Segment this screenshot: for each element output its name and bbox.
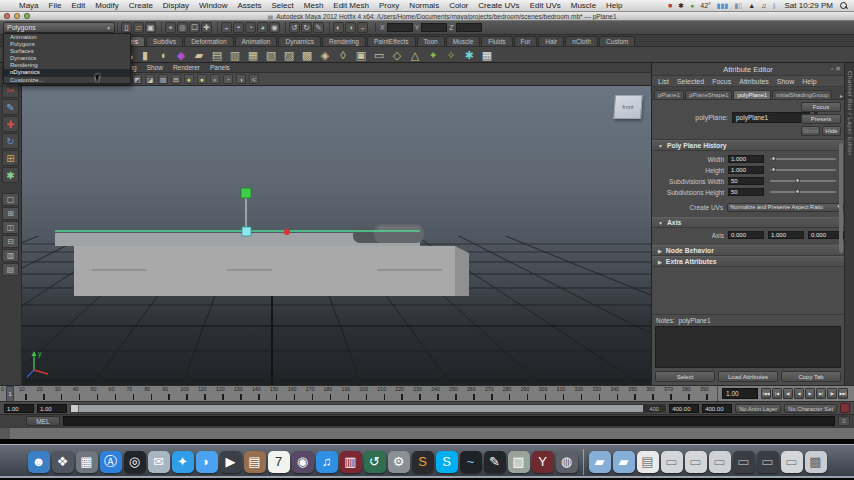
time-tick[interactable]: 300	[538, 386, 556, 401]
shelf-tab[interactable]: Dynamics	[278, 36, 321, 46]
menu-extra-icon[interactable]: ▲	[745, 2, 758, 10]
menu-set-option[interactable]: Dynamics	[4, 55, 130, 62]
menubar-item[interactable]: Edit UVs	[525, 1, 566, 10]
channel-box-tab[interactable]: Channel Box / Layer Editor	[847, 71, 853, 156]
safari[interactable]: ✦	[172, 451, 194, 473]
manipulator-y-handle[interactable]	[241, 188, 251, 198]
command-input[interactable]	[63, 416, 835, 426]
viewport-toolbar-icon[interactable]: ◪	[145, 74, 155, 84]
time-tick[interactable]: 340	[609, 386, 627, 401]
lasso-select-tool-icon[interactable]: ✂	[2, 82, 19, 98]
time-tick[interactable]: 130	[233, 386, 251, 401]
facetime[interactable]: ▶	[220, 451, 242, 473]
menubar-item[interactable]: Proxy	[374, 1, 404, 10]
shelf-tool-icon[interactable]: ▭	[372, 48, 386, 62]
shelf-tool-icon[interactable]: ◊	[336, 48, 350, 62]
menubar-item[interactable]: Color	[444, 1, 473, 10]
panel-menu-item[interactable]: Panels	[210, 64, 230, 71]
shelf-tab[interactable]: nCloth	[565, 36, 598, 46]
maya-titlebar[interactable]: ▤Autodesk Maya 2012 Hotfix 4 x64: /Users…	[0, 12, 854, 21]
time-tick[interactable]: 100	[179, 386, 197, 401]
folder-documents[interactable]: ▰	[589, 451, 611, 473]
dashboard[interactable]: ◎	[124, 451, 146, 473]
time-tick[interactable]: 290	[520, 386, 538, 401]
menu-set-option[interactable]: Rendering	[4, 62, 130, 69]
playback-button[interactable]: ◀	[794, 388, 804, 399]
shelf-tab[interactable]: Custom	[599, 36, 635, 46]
crossover[interactable]: Y	[532, 451, 554, 473]
clock[interactable]: Sat 10:29 PM	[780, 1, 838, 10]
attribute-slider[interactable]	[770, 158, 836, 160]
maya[interactable]: ✎	[484, 451, 506, 473]
viewport-toolbar-icon[interactable]: ◩	[132, 74, 142, 84]
manipulator-x-handle[interactable]	[284, 229, 290, 235]
menubar-item[interactable]: Help	[601, 1, 627, 10]
selection-mask-icon[interactable]: ✚	[201, 22, 212, 33]
render-icon[interactable]: ◐	[333, 22, 344, 33]
section-extra-attributes[interactable]: ▶ Extra Attributes	[652, 256, 844, 267]
panel-menu-item[interactable]: Renderer	[173, 64, 200, 71]
file-action-icon[interactable]: ▱	[133, 22, 144, 33]
menu-set-option[interactable]: Surfaces	[4, 48, 130, 55]
playback-end-field[interactable]: 400.00	[669, 404, 699, 413]
spotlight-icon[interactable]	[840, 2, 848, 10]
shelf-tool-icon[interactable]: ▧	[264, 48, 278, 62]
shelf-tab[interactable]: Toon	[417, 36, 445, 46]
shelf-tool-icon[interactable]: ✦	[426, 48, 440, 62]
menu-set-option[interactable]: Customize...	[4, 76, 130, 83]
menu-extra-icon[interactable]: ●	[687, 2, 697, 10]
layout-preset-button[interactable]: ▤	[2, 263, 19, 276]
tab-overflow-icon[interactable]: ▸	[840, 92, 843, 99]
mail[interactable]: ✉	[148, 451, 170, 473]
time-tick[interactable]: 360	[645, 386, 663, 401]
playback-button[interactable]: ▶▶|	[838, 388, 848, 399]
quicktime[interactable]: ~	[460, 451, 482, 473]
menu-extra-icon[interactable]: ✱	[675, 2, 687, 10]
script-editor-icon[interactable]: ≡	[838, 416, 850, 426]
shelf-tool-icon[interactable]: ▮	[138, 48, 152, 62]
shelf-tool-icon[interactable]: ▦	[480, 48, 494, 62]
shelf-tab[interactable]: Fur	[514, 36, 538, 46]
menubar-item[interactable]: Edit Mesh	[328, 1, 374, 10]
menubar-item[interactable]: File	[44, 1, 67, 10]
menubar-item[interactable]: Create UVs	[473, 1, 524, 10]
file-action-icon[interactable]: ▯	[121, 22, 132, 33]
time-tick[interactable]: 320	[574, 386, 592, 401]
attribute-editor-menu-item[interactable]: List	[658, 78, 669, 85]
menu-extra-icon[interactable]: ♫	[758, 2, 769, 10]
finder[interactable]: ☻	[28, 451, 50, 473]
manipulator-center-handle[interactable]	[242, 227, 251, 236]
shelf-tab[interactable]: Muscle	[446, 36, 481, 46]
time-tick[interactable]: 20	[36, 386, 54, 401]
menubar-item[interactable]: Maya	[14, 1, 44, 10]
address-book[interactable]: ▤	[244, 451, 266, 473]
universal-manipulator-icon[interactable]: ✱	[2, 167, 19, 183]
coordinate-input[interactable]	[456, 23, 482, 32]
attribute-slider[interactable]	[770, 169, 836, 171]
file-action-icon[interactable]: ▣	[145, 22, 156, 33]
playback-start-field[interactable]: 1.00	[37, 404, 67, 413]
anim-layer-select[interactable]: No Anim Layer	[735, 404, 781, 413]
time-tick[interactable]: 180	[323, 386, 341, 401]
node-tab[interactable]: initialShadingGroup	[772, 90, 832, 99]
selection-mask-icon[interactable]: ◎	[177, 22, 188, 33]
range-slider-handle[interactable]	[71, 405, 79, 412]
scale-tool-icon[interactable]: ⊞	[2, 150, 19, 166]
attribute-editor-menu-item[interactable]: Focus	[712, 78, 731, 85]
snap-mode-icon[interactable]: ◉	[269, 22, 280, 33]
shelf-tab[interactable]: Deformation	[184, 36, 233, 46]
panel-menu-item[interactable]: Show	[147, 64, 163, 71]
minimized-window[interactable]: ▭	[709, 451, 731, 473]
range-slider-track[interactable]: 400	[70, 404, 666, 413]
layout-preset-button[interactable]: ⊞	[2, 207, 19, 220]
axis-value-field[interactable]: 0.000	[728, 231, 764, 239]
shelf-tool-icon[interactable]: ▰	[192, 48, 206, 62]
menubar-item[interactable]: Select	[267, 1, 299, 10]
shelf-tool-icon[interactable]: ✧	[444, 48, 458, 62]
current-time-field[interactable]: 1.00	[722, 388, 758, 399]
viewport-toolbar-icon[interactable]: <	[249, 74, 259, 84]
app-store[interactable]: Ⓐ	[100, 451, 122, 473]
photo-booth[interactable]: ◉	[292, 451, 314, 473]
time-tick[interactable]: 40	[72, 386, 90, 401]
time-tick[interactable]: 380	[681, 386, 699, 401]
